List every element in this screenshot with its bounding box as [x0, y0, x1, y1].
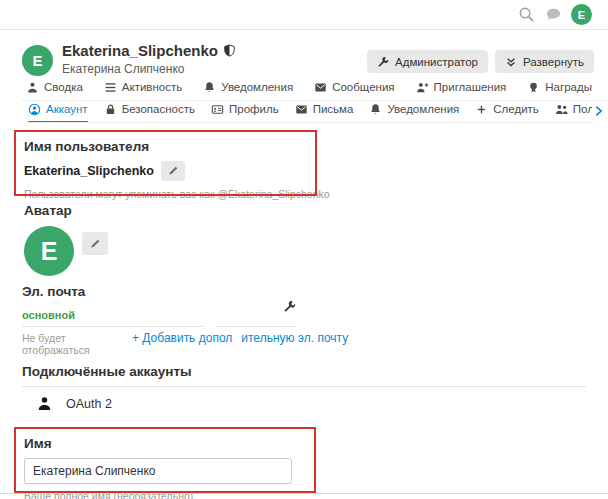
- tab-summary-label: Сводка: [44, 81, 83, 93]
- sub-tab-security[interactable]: Безопасность: [104, 102, 195, 123]
- connected-accounts-heading: Подключённые аккаунты: [22, 364, 586, 379]
- edit-username-button[interactable]: [161, 161, 185, 181]
- sub-tab-emails[interactable]: Письма: [295, 102, 354, 123]
- search-icon[interactable]: [517, 6, 535, 24]
- add-email-link-part2: ительную эл. почту: [241, 331, 348, 345]
- tab-badges-label-invites: Приглашения: [434, 81, 507, 93]
- profile-username: Ekaterina_Slipchenko: [62, 42, 367, 59]
- user-avatar-large: E: [24, 226, 74, 276]
- email-primary-badge: основной: [22, 309, 296, 321]
- activity-stream-icon: [104, 81, 117, 94]
- admin-button[interactable]: Администратор: [367, 50, 488, 73]
- add-email-link[interactable]: + Добавить допол ительную эл. почту: [132, 331, 348, 345]
- award-icon: [527, 81, 540, 94]
- sub-tab-security-label: Безопасность: [122, 103, 195, 115]
- username-value: Ekaterina_Slipchenko: [24, 164, 154, 178]
- bell-icon: [203, 81, 216, 94]
- tab-notifications[interactable]: Уведомления: [199, 80, 297, 101]
- profile-names: Ekaterina_Slipchenko Екатерина Слипченко: [62, 42, 367, 76]
- profile-username-text: Ekaterina_Slipchenko: [62, 42, 218, 59]
- oauth-provider-label: OAuth 2: [66, 397, 112, 411]
- bell-icon: [369, 103, 382, 116]
- name-section: Имя Ваше полное имя (необязательно): [24, 436, 292, 499]
- expand-button-label: Развернуть: [523, 56, 584, 68]
- tab-badges-label: Награды: [545, 81, 592, 93]
- avatar-section: Аватар E: [24, 203, 108, 276]
- username-heading: Имя пользователя: [24, 139, 330, 154]
- preferences-page: E E Ekaterina_Slipchenko Екатерина Слипч…: [0, 0, 608, 499]
- current-user-avatar[interactable]: E: [571, 4, 592, 25]
- pencil-icon: [167, 165, 179, 177]
- header-buttons: Администратор Развернуть: [367, 50, 594, 73]
- admin-shield-icon: [223, 44, 236, 57]
- connected-accounts-divider: [22, 386, 586, 387]
- profile-header: E Ekaterina_Slipchenko Екатерина Слипчен…: [22, 42, 594, 76]
- sub-tabs-scroll-right[interactable]: [592, 104, 606, 118]
- connected-account-row: OAuth 2: [22, 395, 586, 412]
- double-chevron-down-icon: [505, 56, 517, 68]
- add-email-link-part1: + Добавить допол: [132, 331, 232, 345]
- sub-tab-users-label: Пользователи: [573, 103, 594, 115]
- profile-fullname: Екатерина Слипченко: [62, 62, 367, 76]
- top-bar: E: [0, 0, 608, 30]
- chat-icon[interactable]: [544, 6, 562, 24]
- user-icon: [26, 81, 39, 94]
- name-hint: Ваше полное имя (необязательно): [24, 490, 292, 499]
- email-admin-wrench-icon[interactable]: [283, 299, 296, 312]
- person-icon: [36, 395, 53, 412]
- plus-icon: [475, 103, 488, 116]
- wrench-icon: [377, 56, 389, 68]
- username-section: Имя пользователя Ekaterina_Slipchenko По…: [24, 139, 330, 200]
- avatar-row: E: [24, 226, 108, 276]
- sub-tab-profile-label: Профиль: [229, 103, 279, 115]
- tab-summary[interactable]: Сводка: [22, 80, 87, 101]
- page-bottom-divider: [0, 493, 608, 494]
- edit-avatar-button[interactable]: [82, 232, 108, 255]
- sub-tab-users[interactable]: Пользователи: [555, 102, 594, 123]
- sub-tab-notifications-label: Уведомления: [387, 103, 459, 115]
- email-heading: Эл. почта: [22, 284, 296, 299]
- tab-invites[interactable]: Приглашения: [412, 80, 511, 101]
- tab-messages[interactable]: Сообщения: [310, 80, 398, 101]
- sub-tab-tracking-label: Следить: [493, 103, 539, 115]
- name-heading: Имя: [24, 436, 292, 451]
- sub-tab-notifications[interactable]: Уведомления: [369, 102, 459, 123]
- email-divider: [22, 321, 296, 327]
- user-plus-icon: [416, 81, 429, 94]
- profile-avatar: E: [22, 45, 53, 76]
- pencil-icon: [89, 238, 101, 250]
- id-card-icon: [211, 103, 224, 116]
- avatar-heading: Аватар: [24, 203, 108, 218]
- users-icon: [555, 103, 568, 116]
- tab-activity[interactable]: Активность: [100, 80, 186, 101]
- sub-tab-account[interactable]: Аккаунт: [28, 102, 88, 123]
- envelope-icon: [295, 103, 308, 116]
- sub-tab-profile[interactable]: Профиль: [211, 102, 279, 123]
- tab-badges[interactable]: Награды: [523, 80, 596, 101]
- lock-icon: [104, 103, 117, 116]
- envelope-icon: [314, 81, 327, 94]
- tab-messages-label: Сообщения: [332, 81, 394, 93]
- main-tabs: Сводка Активность Уведомления Сообщения …: [22, 80, 608, 101]
- expand-button[interactable]: Развернуть: [495, 50, 594, 73]
- sub-tab-tracking[interactable]: Следить: [475, 102, 539, 123]
- full-name-input[interactable]: [24, 458, 292, 484]
- tab-activity-label: Активность: [122, 81, 182, 93]
- chevron-right-icon: [592, 104, 606, 118]
- username-hint: Пользователи могут упоминать вас как @Ek…: [24, 188, 330, 200]
- sub-tab-account-label: Аккаунт: [46, 103, 88, 115]
- connected-accounts-section: Подключённые аккаунты OAuth 2: [22, 364, 586, 412]
- email-section: Эл. почта основной Не будет отображаться…: [22, 284, 296, 356]
- user-circle-icon: [28, 103, 41, 116]
- email-meta-row: Не будет отображаться + Добавить допол и…: [22, 331, 296, 356]
- admin-button-label: Администратор: [395, 56, 478, 68]
- username-value-row: Ekaterina_Slipchenko: [24, 161, 330, 181]
- email-visibility-note: Не будет отображаться: [22, 332, 132, 356]
- preferences-sub-tabs: Аккаунт Безопасность Профиль Письма Увед…: [28, 102, 594, 123]
- sub-tab-emails-label: Письма: [313, 103, 354, 115]
- tab-notifications-label: Уведомления: [221, 81, 293, 93]
